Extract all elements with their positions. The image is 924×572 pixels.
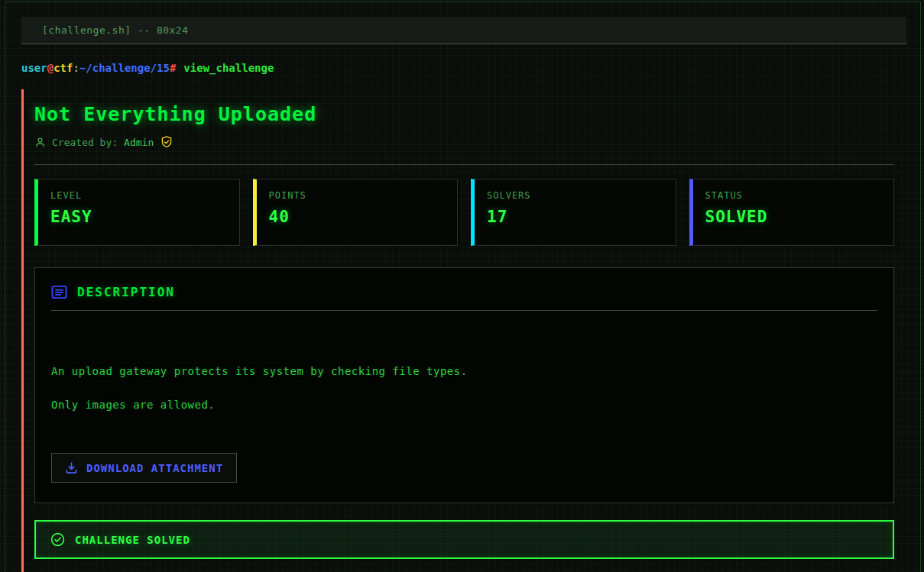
description-paragraph: Only images are allowed. — [51, 399, 877, 411]
person-icon — [34, 137, 46, 148]
stat-card-level: LEVEL EASY — [34, 179, 240, 246]
download-attachment-button[interactable]: DOWNLOAD ATTACHMENT — [51, 453, 237, 483]
stat-value: 40 — [269, 208, 446, 226]
stat-label: STATUS — [705, 190, 882, 201]
terminal-title: [challenge.sh] -- 80x24 — [42, 24, 189, 36]
description-panel: DESCRIPTION An upload gateway protects i… — [34, 267, 894, 503]
stat-card-status: STATUS SOLVED — [689, 179, 895, 246]
stat-label: LEVEL — [50, 190, 227, 201]
stats-row: LEVEL EASY POINTS 40 SOLVERS 17 STATUS S… — [34, 179, 894, 246]
stat-value: SOLVED — [705, 208, 882, 226]
description-header: DESCRIPTION — [51, 285, 877, 299]
byline: Created by: Admin — [34, 135, 894, 149]
prompt-command: view_challenge — [183, 62, 274, 74]
banner-text: CHALLENGE SOLVED — [75, 534, 190, 546]
prompt-user: user — [21, 62, 47, 74]
terminal-prompt: user@ctf:~/challenge/15#view_challenge — [21, 62, 274, 74]
challenge-view: Not Everything Uploaded Created by: Admi… — [34, 103, 894, 559]
description-paragraph: An upload gateway protects its system by… — [51, 365, 877, 377]
prompt-hash: # — [170, 62, 176, 74]
description-heading: DESCRIPTION — [77, 285, 175, 299]
verified-shield-icon — [160, 135, 173, 149]
check-circle-icon — [50, 532, 65, 547]
header-divider — [34, 164, 894, 165]
download-icon — [65, 461, 78, 474]
description-divider — [51, 310, 877, 311]
challenge-solved-banner: CHALLENGE SOLVED — [34, 520, 894, 559]
stat-value: EASY — [50, 208, 227, 226]
article-icon — [51, 285, 67, 299]
page-title: Not Everything Uploaded — [34, 103, 894, 125]
prompt-path: ~/challenge/15 — [79, 62, 170, 74]
stat-value: 17 — [487, 208, 663, 226]
left-accent-rail — [21, 89, 24, 572]
prompt-at: @ — [47, 62, 53, 74]
download-label: DOWNLOAD ATTACHMENT — [86, 462, 223, 474]
stat-label: SOLVERS — [487, 190, 663, 201]
terminal-titlebar: [challenge.sh] -- 80x24 — [21, 17, 906, 44]
created-by-label: Created by: — [52, 137, 118, 148]
stat-label: POINTS — [269, 190, 446, 201]
prompt-host: ctf — [53, 62, 73, 74]
author-name: Admin — [124, 137, 154, 148]
prompt-colon: : — [73, 62, 79, 74]
stat-card-points: POINTS 40 — [253, 179, 459, 246]
stat-card-solvers: SOLVERS 17 — [471, 179, 676, 246]
